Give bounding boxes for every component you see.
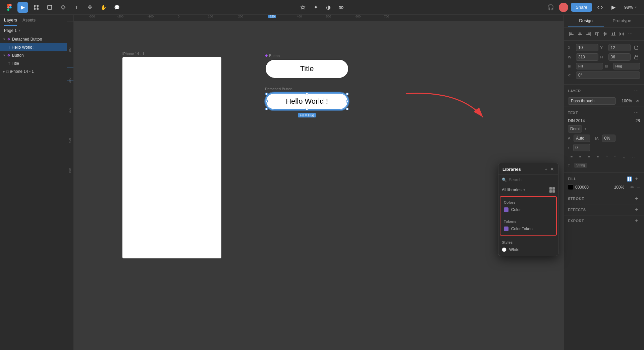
component-icon: ❖ [7,37,11,42]
y-input[interactable]: 12 [608,44,631,51]
grid-view-toggle[interactable] [549,187,555,193]
handle-ml[interactable] [265,100,268,103]
visibility-toggle[interactable]: 👁 [635,98,640,104]
hand-tool[interactable]: ✋ [98,2,109,13]
layer-button[interactable]: ▼ ❖ Button [0,51,67,59]
hello-world-button[interactable]: Hello World ! [265,92,349,110]
tracking-select[interactable]: Auto [574,135,590,142]
text-align-justify[interactable]: ≡ [594,153,601,161]
fill-color-swatch[interactable] [568,185,573,190]
more-align-btn[interactable]: ⋯ [627,30,634,38]
x-input[interactable]: 10 [576,44,598,51]
tab-layers[interactable]: Layers [4,17,17,26]
svg-rect-1 [37,5,38,6]
add-stroke-btn[interactable]: + [633,195,640,202]
comment-tool[interactable]: 💬 [111,2,122,13]
hug-select[interactable]: Hug [613,63,640,69]
handle-bl[interactable] [265,108,268,110]
handle-tl[interactable] [265,93,268,95]
add-export-btn[interactable]: + [633,217,640,224]
text-align-center[interactable]: ≡ [577,153,584,161]
plugins-tool[interactable]: ✦ [310,2,321,13]
align-middle-btn[interactable] [601,30,609,38]
text-options-btn[interactable]: ⋯ [633,109,640,116]
text-tool[interactable]: T [71,2,82,13]
page-selector[interactable]: Page 1 ▼ [0,26,67,35]
share-button[interactable]: Share [571,3,592,12]
add-library-btn[interactable]: + [545,166,547,172]
font-weight-select[interactable]: Demi [568,125,582,133]
layer-hello-world[interactable]: T Hello World ! [0,43,67,51]
font-size[interactable]: 28 [628,118,640,123]
tab-design[interactable]: Design [568,15,604,27]
canvas-area[interactable]: -300 -200 -100 0 100 200 320 400 500 600… [67,15,564,350]
handle-tr[interactable] [346,93,348,95]
w-input[interactable]: 310 [576,53,598,61]
kern-value[interactable]: 0% [602,135,615,142]
handle-tm[interactable] [306,93,308,95]
text-align-right[interactable]: ≡ [585,153,593,161]
zoom-indicator[interactable]: 98% ▼ [622,3,640,11]
layer-title[interactable]: T Title [0,59,67,67]
present-button[interactable]: ▶ [608,2,619,13]
fill-hex[interactable]: 000000 [575,185,612,190]
text-valign-bottom[interactable]: ⌄ [620,153,628,161]
frame-tool[interactable] [31,2,42,13]
layer-options-btn[interactable]: ⋯ [633,87,640,95]
text-align-left[interactable]: ≡ [568,153,575,161]
opacity-value[interactable]: 100% [619,99,632,103]
shape-tool[interactable] [44,2,55,13]
distribute-h-btn[interactable] [618,30,626,38]
lib-styles-section: Styles White [498,237,558,256]
title-button[interactable]: Title [265,59,349,79]
align-center-h-btn[interactable] [576,30,584,38]
align-left-btn[interactable] [568,30,575,38]
lineheight-value[interactable]: 0 [573,144,590,151]
resize-mode-btn[interactable] [633,44,640,51]
filter-label[interactable]: All libraries ▼ [502,188,526,192]
h-label: H [600,55,606,59]
layer-iphone[interactable]: ▶ □ iPhone 14 - 1 [0,67,67,76]
layer-detached-button[interactable]: ▼ ❖ Detached Button [0,35,67,43]
fill-type-icon[interactable] [627,177,632,182]
add-fill-btn[interactable]: + [633,176,640,182]
link-tool[interactable] [336,2,346,13]
text-more-btn[interactable]: ⋯ [629,153,636,161]
hug-icon: ⊟ [605,64,611,68]
align-top-btn[interactable] [593,30,600,38]
lock-aspect-btn[interactable] [633,53,640,61]
figma-logo[interactable] [4,2,15,13]
iphone-frame[interactable] [122,57,221,258]
add-effect-btn[interactable]: + [633,206,640,213]
expand-icon: ▼ [3,38,6,41]
headphones-icon[interactable]: 🎧 [545,2,556,13]
text-valign-middle[interactable]: ⌃ [611,153,619,161]
text-valign-top[interactable]: ⌃ [603,153,610,161]
h-input[interactable]: 36 [608,53,631,61]
blend-mode-select[interactable]: Pass through [568,97,616,105]
align-right-btn[interactable] [585,30,592,38]
align-bottom-btn[interactable] [610,30,617,38]
fill-opacity[interactable]: 100% [614,185,628,190]
lib-token-item[interactable]: Color Token [500,225,556,233]
close-library-btn[interactable]: ✕ [550,166,554,172]
lib-search-input[interactable] [509,178,558,182]
pen-tool[interactable] [58,2,68,13]
component-tool[interactable]: ❖ [85,2,95,13]
fill-visibility[interactable]: 👁 [630,185,635,190]
ruler-tick: 600 [356,15,361,18]
handle-mr[interactable] [346,100,348,103]
code-view-toggle[interactable] [595,2,605,13]
handle-bm[interactable] [306,108,308,110]
tab-assets[interactable]: Assets [22,17,36,26]
lib-white-item[interactable]: White [498,246,558,254]
select-tool[interactable]: ▶ [17,2,28,13]
fill-select[interactable]: Fill [576,63,603,69]
rotation-input[interactable]: 0° [576,71,640,79]
assets-tool[interactable] [298,2,308,13]
contrast-tool[interactable]: ◑ [323,2,334,13]
tab-prototype[interactable]: Prototype [604,15,640,27]
handle-br[interactable] [346,108,348,110]
lib-color-item[interactable]: Color [500,206,556,214]
remove-fill-btn[interactable]: − [637,184,640,190]
